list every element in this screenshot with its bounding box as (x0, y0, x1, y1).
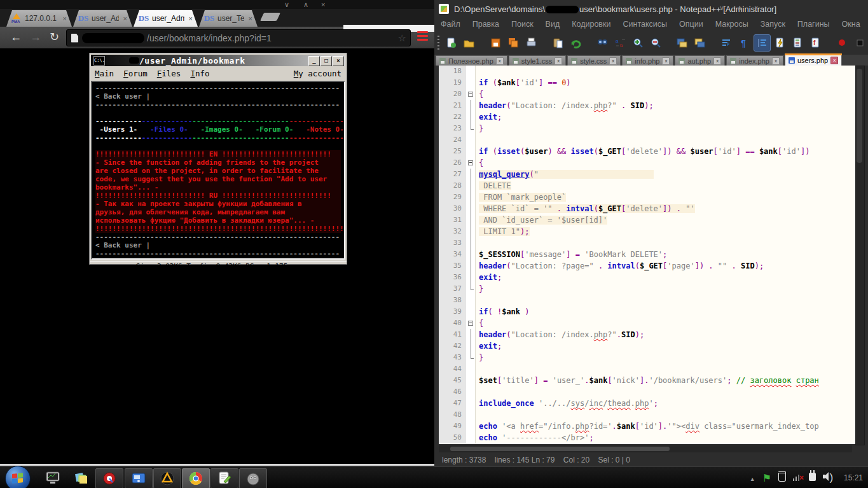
volume-icon[interactable]: ) (823, 472, 833, 484)
doc-tab-close-icon[interactable]: x (662, 57, 670, 65)
doc-tab-close-icon[interactable]: x (609, 57, 617, 65)
doc-tab-users.php[interactable]: users.phpx (785, 55, 842, 66)
back-button[interactable]: ← (10, 29, 22, 45)
taskbar-screen-viewer-icon[interactable] (125, 468, 153, 488)
power-plug-icon[interactable] (809, 472, 816, 484)
record-macro-icon[interactable] (834, 35, 850, 51)
doc-map-icon[interactable] (790, 35, 806, 51)
npp-menu-Синтаксисы[interactable]: Синтаксисы (623, 20, 667, 29)
run-lightning-icon[interactable] (772, 35, 788, 51)
terminal-menu-my-account[interactable]: My account (294, 69, 341, 78)
browser-tab-3[interactable]: DSuser_Admin/bo× (134, 10, 198, 27)
doc-tab-aut.php[interactable]: aut.phpx (675, 55, 725, 66)
stop-macro-icon[interactable] (852, 35, 868, 51)
zoom-out-icon[interactable] (648, 35, 664, 51)
open-file-icon[interactable] (461, 35, 477, 51)
doc-tab-Полезное.php[interactable]: Полезное.phpx (436, 55, 507, 66)
vertical-scrollbar-thumb[interactable] (857, 69, 862, 163)
address-bar[interactable]: /user/bookmark/index.php?id=1 ☆ (66, 29, 411, 46)
npp-menu-Макросы[interactable]: Макросы (715, 20, 748, 29)
taskbar-gimp-icon[interactable] (239, 468, 267, 488)
sync-h-icon[interactable] (692, 35, 708, 51)
vertical-scrollbar[interactable] (855, 66, 865, 445)
taskbar-display-tool-icon[interactable] (39, 468, 66, 487)
redo-icon[interactable] (568, 35, 584, 51)
find-icon[interactable] (595, 35, 610, 51)
reload-button[interactable]: ↻ (50, 29, 59, 45)
browser-tab-4[interactable]: DSuser_Test_1234× (199, 10, 258, 27)
doc-tab-close-icon[interactable]: x (713, 57, 721, 65)
npp-menu-Файл[interactable]: Файл (441, 20, 460, 29)
doc-tab-style.css[interactable]: style.cssx (567, 55, 621, 66)
recycle-bin-icon[interactable] (778, 471, 786, 484)
npp-menu-Запуск[interactable]: Запуск (761, 20, 785, 29)
paste-icon[interactable] (550, 35, 566, 51)
fold-collapse-icon[interactable] (466, 88, 475, 100)
browser-menu-icon[interactable] (417, 31, 428, 43)
doc-tab-index.php[interactable]: index.phpx (726, 55, 783, 66)
npp-maximize-icon[interactable]: ∧ (737, 4, 742, 11)
word-wrap-icon[interactable] (719, 35, 734, 51)
doc-tab-close-icon[interactable]: x (555, 57, 562, 65)
network-error-icon[interactable]: × (793, 472, 802, 484)
print-icon[interactable] (523, 35, 539, 51)
zoom-in-icon[interactable] (630, 35, 646, 51)
terminal-maximize-button[interactable]: □ (320, 56, 332, 66)
fold-collapse-icon[interactable] (466, 157, 475, 169)
function-list-icon[interactable]: f (808, 35, 823, 51)
code-editor[interactable]: 1819if ($ank['id'] == 0)20{21header("Loc… (434, 66, 855, 444)
start-button[interactable] (5, 466, 31, 488)
taskbar-notepad-plus-plus-icon[interactable] (210, 468, 238, 488)
taskbar-chrome-icon[interactable] (182, 468, 210, 488)
url-text[interactable]: /user/bookmark/index.php?id=1 (147, 33, 272, 43)
terminal-line[interactable]: < Back user | (95, 92, 341, 101)
doc-tab-close-icon[interactable]: x (830, 57, 838, 64)
terminal-menu-main[interactable]: Main (95, 69, 114, 78)
replace-icon[interactable]: ab (612, 35, 628, 51)
taskbar-sticky-notes-icon[interactable] (68, 468, 95, 487)
fold-collapse-icon[interactable] (466, 317, 475, 329)
browser-minimize-icon[interactable]: ∨ (284, 1, 289, 8)
npp-minimize-icon[interactable]: ∨ (719, 4, 724, 11)
doc-tab-close-icon[interactable]: x (496, 57, 504, 65)
npp-menu-Опции[interactable]: Опции (679, 20, 703, 29)
browser-close-icon[interactable]: × (321, 1, 325, 8)
doc-tab-style1.css[interactable]: style1.cssx (509, 55, 566, 66)
forward-button[interactable]: → (30, 29, 41, 45)
doc-tab-close-icon[interactable]: x (772, 57, 780, 65)
taskbar-clock[interactable]: 15:21 (844, 473, 863, 482)
indent-guide-icon[interactable] (754, 35, 770, 51)
tab-close-icon[interactable]: × (189, 15, 193, 22)
npp-menu-Поиск[interactable]: Поиск (511, 20, 534, 29)
bookmark-star-icon[interactable]: ☆ (398, 32, 406, 44)
terminal-menu-files[interactable]: Files (157, 69, 181, 78)
horizontal-scrollbar[interactable] (439, 445, 852, 452)
npp-menu-Вид[interactable]: Вид (546, 20, 560, 29)
browser-maximize-icon[interactable]: ∧ (303, 1, 308, 8)
terminal-line[interactable]: < Back user | (95, 241, 341, 249)
show-all-chars-icon[interactable]: ¶ (736, 35, 752, 51)
browser-tab-1[interactable]: PMA127.0.0.1 / 127.× (6, 10, 72, 27)
terminal-menu-forum[interactable]: Forum (123, 69, 148, 78)
npp-menu-Кодировки[interactable]: Кодировки (572, 20, 610, 29)
terminal-menu-info[interactable]: Info (190, 69, 209, 78)
npp-close-icon[interactable]: × (754, 4, 758, 11)
save-all-icon[interactable] (506, 35, 521, 51)
browser-tab-2[interactable]: DSuser_Admin× (73, 10, 132, 27)
terminal-close-button[interactable]: × (333, 56, 344, 66)
tab-close-icon[interactable]: × (249, 15, 252, 22)
horizontal-scrollbar-thumb[interactable] (450, 447, 670, 451)
taskbar-screenhunter-icon[interactable] (95, 468, 123, 488)
tray-expand-arrow-icon[interactable]: ▲ (750, 472, 755, 484)
save-icon[interactable] (488, 35, 504, 51)
tab-close-icon[interactable]: × (123, 15, 127, 22)
terminal-minimize-button[interactable]: _ (308, 56, 320, 66)
sync-v-icon[interactable] (674, 35, 690, 51)
npp-menu-Правка[interactable]: Правка (472, 20, 499, 29)
doc-tab-info.php[interactable]: info.phpx (622, 55, 673, 66)
action-center-flag-icon[interactable]: ⚑ (762, 472, 771, 484)
taskbar-avira-icon[interactable] (153, 468, 181, 488)
new-file-icon[interactable] (443, 35, 459, 51)
tab-close-icon[interactable]: × (63, 15, 67, 22)
new-tab-button[interactable] (260, 13, 280, 21)
